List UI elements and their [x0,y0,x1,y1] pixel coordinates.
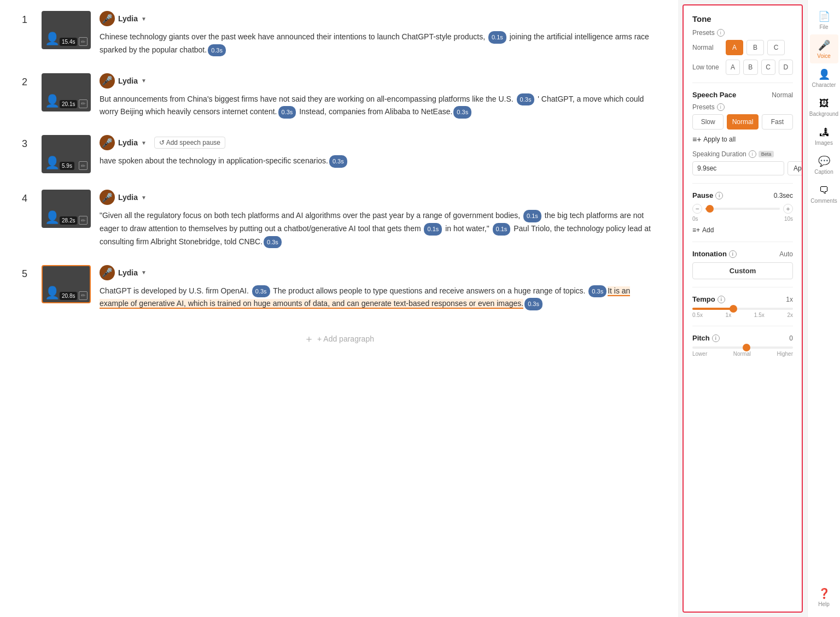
apply-to-all-btn[interactable]: ≡+ Apply to all [692,135,793,144]
intonation-custom-btn[interactable]: Custom [692,262,793,279]
sidebar-icons-container: 📄 File 🎤 Voice 👤 Character 🖼 Background … [810,5,838,208]
sidebar-item-voice[interactable]: 🎤 Voice [810,34,838,63]
pause-badge-1-3[interactable]: 0.3s [208,44,226,57]
pause-slider-row: − ＋ [692,204,793,214]
speaker-name-1: Lydia [118,14,138,23]
sidebar-item-comments[interactable]: 🗨 Comments [810,179,838,208]
sidebar-file-label: File [819,24,828,30]
pause-slider-thumb[interactable] [706,205,714,213]
duration-apply-btn[interactable]: Apply [788,161,803,175]
pause-badge-3-1[interactable]: 0.3s [329,155,347,168]
pause-badge-5-3[interactable]: 0.3s [588,285,606,298]
tempo-slider-thumb[interactable] [730,305,737,313]
pace-fast-btn[interactable]: Fast [762,114,793,130]
thumbnail-4[interactable]: 👤 28.2s ✏ [42,190,91,228]
pace-buttons-row: Slow Normal Fast [692,114,793,130]
speaker-row-4: 🎤 Lydia ▼ [100,190,656,205]
voice-icon: 🎤 [818,39,831,52]
text-segment-4-4: in hot water," [443,224,491,233]
pause-badge-5-5[interactable]: 0.3s [524,298,542,310]
normal-label: Normal [692,44,722,51]
person-icon-3: 👤 [45,156,60,170]
sidebar-item-character[interactable]: 👤 Character [810,63,838,92]
sidebar-voice-label: Voice [817,53,830,59]
sidebar-background-label: Background [809,111,838,117]
pause-badge-2-5[interactable]: 0.3s [453,106,471,119]
add-speech-pause-btn-3[interactable]: ↺ Add speech pause [154,137,225,149]
pitch-slider-thumb[interactable] [743,344,750,351]
pause-badge-4-1[interactable]: 0.1s [523,210,541,222]
duration-input-row: Apply [692,161,793,175]
apply-all-label: Apply to all [703,136,736,143]
avatar-5: 🎤 [100,265,115,280]
thumb-edit-2[interactable]: ✏ [79,99,88,108]
thumbnail-1[interactable]: 👤 15.4s ✏ [42,11,91,49]
pause-badge-4-5[interactable]: 0.1s [493,223,511,236]
speaker-dropdown-icon-4[interactable]: ▼ [141,195,147,201]
thumbnail-5[interactable]: 👤 20.8s ✏ [42,265,91,303]
avatar-2: 🎤 [100,73,115,89]
character-icon: 👤 [818,68,831,81]
add-paragraph-label: + Add paragraph [317,334,374,343]
low-tone-preset-a-btn[interactable]: A [726,60,740,75]
pause-badge-2-3[interactable]: 0.3s [278,106,296,119]
sidebar-item-caption[interactable]: 💬 Caption [810,150,838,179]
thumb-edit-3[interactable]: ✏ [79,161,88,170]
pause-increase-btn[interactable]: ＋ [783,204,793,214]
low-tone-preset-b-btn[interactable]: B [743,60,757,75]
sidebar-item-images[interactable]: 🏞 Images [810,121,838,150]
thumb-edit-5[interactable]: ✏ [79,291,88,300]
pause-add-btn[interactable]: ≡+ Add [692,226,793,234]
pace-normal-btn[interactable]: Normal [727,114,758,130]
speaker-dropdown-icon-2[interactable]: ▼ [141,78,147,84]
presets-label: Presets i [692,29,793,37]
text-segment-2-0: But announcements from China's biggest f… [100,95,516,103]
presets-info-icon: i [717,29,725,37]
tempo-slider-track[interactable] [692,308,793,310]
pause-badge-1-1[interactable]: 0.1s [488,31,506,44]
tempo-label-3: 2x [787,312,793,318]
pace-slow-btn[interactable]: Slow [692,114,724,130]
avatar-3: 🎤 [100,135,115,150]
pause-info-icon: i [715,192,723,199]
pause-badge-5-1[interactable]: 0.3s [252,285,270,298]
thumb-edit-4[interactable]: ✏ [79,216,88,225]
plus-icon: ＋ [304,332,314,345]
pause-badge-2-1[interactable]: 0.3s [517,93,535,106]
edit-icon-5: ✏ [81,292,85,298]
add-paragraph-btn[interactable]: ＋ + Add paragraph [22,327,656,351]
sidebar-item-file[interactable]: 📄 File [810,5,838,34]
paragraph-number-2: 2 [22,73,33,88]
pitch-slider-track[interactable] [692,346,793,349]
normal-preset-a-btn[interactable]: A [726,40,743,55]
caption-icon: 💬 [818,155,831,168]
para-text-1: Chinese technology giants over the past … [100,31,656,57]
low-tone-preset-d-btn[interactable]: D [779,60,793,75]
pitch-slider-labels: Lower Normal Higher [692,351,793,357]
normal-preset-b-btn[interactable]: B [746,40,764,55]
thumbnail-3[interactable]: 👤 5.9s ✏ [42,135,91,173]
tempo-header: Tempo i 1x [692,295,793,303]
speaker-dropdown-icon-1[interactable]: ▼ [141,16,147,22]
paragraph-row-3: 3👤 5.9s ✏ 🎤 Lydia ▼ ↺ Add speech pauseha… [22,135,656,173]
text-segment-4-0: "Given all the regulatory focus on both … [100,211,522,220]
thumb-edit-1[interactable]: ✏ [79,37,88,46]
para-text-3: have spoken about the technology in appl… [100,155,656,168]
sidebar-item-background[interactable]: 🖼 Background [810,92,838,121]
pause-badge-4-3[interactable]: 0.1s [424,223,442,236]
para-text-5: ChatGPT is developed by U.S. firm OpenAI… [100,285,656,311]
tempo-label-2: 1.5x [754,312,765,318]
speaker-dropdown-icon-5[interactable]: ▼ [141,269,147,275]
low-tone-preset-c-btn[interactable]: C [761,60,775,75]
pause-decrease-btn[interactable]: − [692,204,702,214]
normal-preset-c-btn[interactable]: C [767,40,785,55]
duration-input[interactable] [692,161,784,175]
speaker-dropdown-icon-3[interactable]: ▼ [141,140,147,146]
pause-min-label: 0s [692,216,698,222]
pause-badge-4-7[interactable]: 0.3s [264,236,282,249]
pause-slider-track[interactable] [705,208,780,210]
text-segment-3-0: have spoken about the technology in appl… [100,156,328,165]
sidebar-icon-help[interactable]: ❓ Help [810,583,838,612]
thumbnail-2[interactable]: 👤 20.1s ✏ [42,73,91,111]
main-content: 1👤 15.4s ✏ 🎤 Lydia ▼ Chinese technology … [0,0,678,617]
